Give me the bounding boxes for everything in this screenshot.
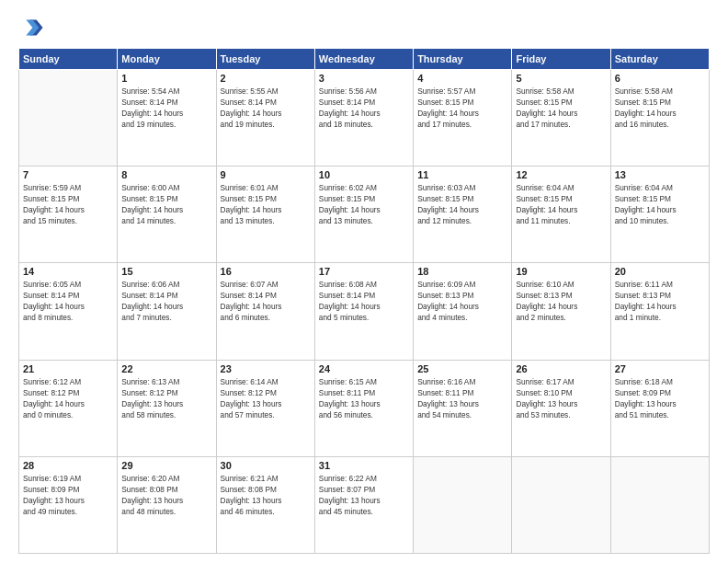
cell-info: Sunrise: 6:09 AM Sunset: 8:13 PM Dayligh… [417,279,507,323]
calendar-cell: 1Sunrise: 5:54 AM Sunset: 8:14 PM Daylig… [118,70,216,167]
day-number: 7 [23,169,113,180]
header [18,15,710,40]
day-number: 5 [516,73,606,84]
day-number: 25 [417,363,507,374]
day-number: 11 [417,169,507,180]
calendar-cell: 24Sunrise: 6:15 AM Sunset: 8:11 PM Dayli… [314,360,413,456]
calendar-cell: 30Sunrise: 6:21 AM Sunset: 8:08 PM Dayli… [216,456,314,553]
cell-info: Sunrise: 5:58 AM Sunset: 8:15 PM Dayligh… [615,86,705,130]
calendar-cell: 6Sunrise: 5:58 AM Sunset: 8:15 PM Daylig… [610,70,709,167]
calendar-cell: 8Sunrise: 6:00 AM Sunset: 8:15 PM Daylig… [118,167,216,263]
logo-icon [18,15,44,40]
cell-info: Sunrise: 6:01 AM Sunset: 8:15 PM Dayligh… [221,182,311,226]
cell-info: Sunrise: 6:11 AM Sunset: 8:13 PM Dayligh… [615,279,705,323]
cell-info: Sunrise: 6:07 AM Sunset: 8:14 PM Dayligh… [221,279,311,323]
cell-info: Sunrise: 5:59 AM Sunset: 8:15 PM Dayligh… [23,182,113,226]
calendar-cell: 10Sunrise: 6:02 AM Sunset: 8:15 PM Dayli… [314,167,413,263]
cell-info: Sunrise: 6:12 AM Sunset: 8:12 PM Dayligh… [23,376,113,420]
day-number: 29 [121,460,211,471]
cell-info: Sunrise: 6:19 AM Sunset: 8:09 PM Dayligh… [23,473,113,517]
calendar-header-wednesday: Wednesday [314,49,413,70]
calendar-cell [19,70,118,167]
cell-info: Sunrise: 6:15 AM Sunset: 8:11 PM Dayligh… [319,376,409,420]
cell-info: Sunrise: 6:10 AM Sunset: 8:13 PM Dayligh… [516,279,606,323]
calendar-week-4: 28Sunrise: 6:19 AM Sunset: 8:09 PM Dayli… [19,456,710,553]
cell-info: Sunrise: 6:22 AM Sunset: 8:07 PM Dayligh… [319,473,409,517]
cell-info: Sunrise: 6:04 AM Sunset: 8:15 PM Dayligh… [615,182,705,226]
day-number: 4 [417,73,507,84]
calendar-cell: 20Sunrise: 6:11 AM Sunset: 8:13 PM Dayli… [610,263,709,360]
calendar-cell: 15Sunrise: 6:06 AM Sunset: 8:14 PM Dayli… [118,263,216,360]
page: SundayMondayTuesdayWednesdayThursdayFrid… [0,0,728,563]
day-number: 21 [23,363,113,374]
calendar-cell [414,456,512,553]
cell-info: Sunrise: 6:14 AM Sunset: 8:12 PM Dayligh… [221,376,311,420]
cell-info: Sunrise: 5:54 AM Sunset: 8:14 PM Dayligh… [121,86,211,130]
day-number: 8 [121,169,211,180]
calendar-cell: 31Sunrise: 6:22 AM Sunset: 8:07 PM Dayli… [314,456,413,553]
calendar-cell: 4Sunrise: 5:57 AM Sunset: 8:15 PM Daylig… [414,70,512,167]
calendar-cell: 11Sunrise: 6:03 AM Sunset: 8:15 PM Dayli… [414,167,512,263]
calendar-table: SundayMondayTuesdayWednesdayThursdayFrid… [18,48,710,554]
calendar-week-1: 7Sunrise: 5:59 AM Sunset: 8:15 PM Daylig… [19,167,710,263]
day-number: 1 [121,73,211,84]
calendar-cell [512,456,610,553]
cell-info: Sunrise: 6:05 AM Sunset: 8:14 PM Dayligh… [23,279,113,323]
calendar-week-0: 1Sunrise: 5:54 AM Sunset: 8:14 PM Daylig… [19,70,710,167]
calendar-cell: 21Sunrise: 6:12 AM Sunset: 8:12 PM Dayli… [19,360,118,456]
day-number: 28 [23,460,113,471]
day-number: 9 [221,169,311,180]
calendar-header-thursday: Thursday [414,49,512,70]
day-number: 16 [221,266,311,277]
logo [18,15,48,40]
cell-info: Sunrise: 6:02 AM Sunset: 8:15 PM Dayligh… [319,182,409,226]
calendar-cell: 7Sunrise: 5:59 AM Sunset: 8:15 PM Daylig… [19,167,118,263]
day-number: 27 [615,363,705,374]
cell-info: Sunrise: 6:17 AM Sunset: 8:10 PM Dayligh… [516,376,606,420]
cell-info: Sunrise: 5:58 AM Sunset: 8:15 PM Dayligh… [516,86,606,130]
calendar-cell: 28Sunrise: 6:19 AM Sunset: 8:09 PM Dayli… [19,456,118,553]
calendar-week-2: 14Sunrise: 6:05 AM Sunset: 8:14 PM Dayli… [19,263,710,360]
calendar-week-3: 21Sunrise: 6:12 AM Sunset: 8:12 PM Dayli… [19,360,710,456]
cell-info: Sunrise: 6:03 AM Sunset: 8:15 PM Dayligh… [417,182,507,226]
calendar-cell: 25Sunrise: 6:16 AM Sunset: 8:11 PM Dayli… [414,360,512,456]
day-number: 13 [615,169,705,180]
calendar-cell: 5Sunrise: 5:58 AM Sunset: 8:15 PM Daylig… [512,70,610,167]
day-number: 12 [516,169,606,180]
cell-info: Sunrise: 5:56 AM Sunset: 8:14 PM Dayligh… [319,86,409,130]
calendar-cell: 3Sunrise: 5:56 AM Sunset: 8:14 PM Daylig… [314,70,413,167]
cell-info: Sunrise: 6:00 AM Sunset: 8:15 PM Dayligh… [121,182,211,226]
calendar-cell: 9Sunrise: 6:01 AM Sunset: 8:15 PM Daylig… [216,167,314,263]
calendar-cell [610,456,709,553]
cell-info: Sunrise: 6:16 AM Sunset: 8:11 PM Dayligh… [417,376,507,420]
calendar-header-friday: Friday [512,49,610,70]
day-number: 17 [319,266,409,277]
day-number: 24 [319,363,409,374]
calendar-cell: 16Sunrise: 6:07 AM Sunset: 8:14 PM Dayli… [216,263,314,360]
day-number: 30 [221,460,311,471]
calendar-header-row: SundayMondayTuesdayWednesdayThursdayFrid… [19,49,710,70]
cell-info: Sunrise: 6:20 AM Sunset: 8:08 PM Dayligh… [121,473,211,517]
calendar-cell: 2Sunrise: 5:55 AM Sunset: 8:14 PM Daylig… [216,70,314,167]
calendar-cell: 12Sunrise: 6:04 AM Sunset: 8:15 PM Dayli… [512,167,610,263]
day-number: 15 [121,266,211,277]
cell-info: Sunrise: 6:08 AM Sunset: 8:14 PM Dayligh… [319,279,409,323]
day-number: 2 [221,73,311,84]
day-number: 18 [417,266,507,277]
cell-info: Sunrise: 6:21 AM Sunset: 8:08 PM Dayligh… [221,473,311,517]
calendar-cell: 23Sunrise: 6:14 AM Sunset: 8:12 PM Dayli… [216,360,314,456]
day-number: 6 [615,73,705,84]
day-number: 3 [319,73,409,84]
day-number: 20 [615,266,705,277]
day-number: 23 [221,363,311,374]
calendar-cell: 22Sunrise: 6:13 AM Sunset: 8:12 PM Dayli… [118,360,216,456]
calendar-header-sunday: Sunday [19,49,118,70]
cell-info: Sunrise: 6:13 AM Sunset: 8:12 PM Dayligh… [121,376,211,420]
calendar-cell: 26Sunrise: 6:17 AM Sunset: 8:10 PM Dayli… [512,360,610,456]
day-number: 10 [319,169,409,180]
calendar-cell: 29Sunrise: 6:20 AM Sunset: 8:08 PM Dayli… [118,456,216,553]
cell-info: Sunrise: 5:57 AM Sunset: 8:15 PM Dayligh… [417,86,507,130]
day-number: 19 [516,266,606,277]
calendar-header-monday: Monday [118,49,216,70]
cell-info: Sunrise: 6:04 AM Sunset: 8:15 PM Dayligh… [516,182,606,226]
